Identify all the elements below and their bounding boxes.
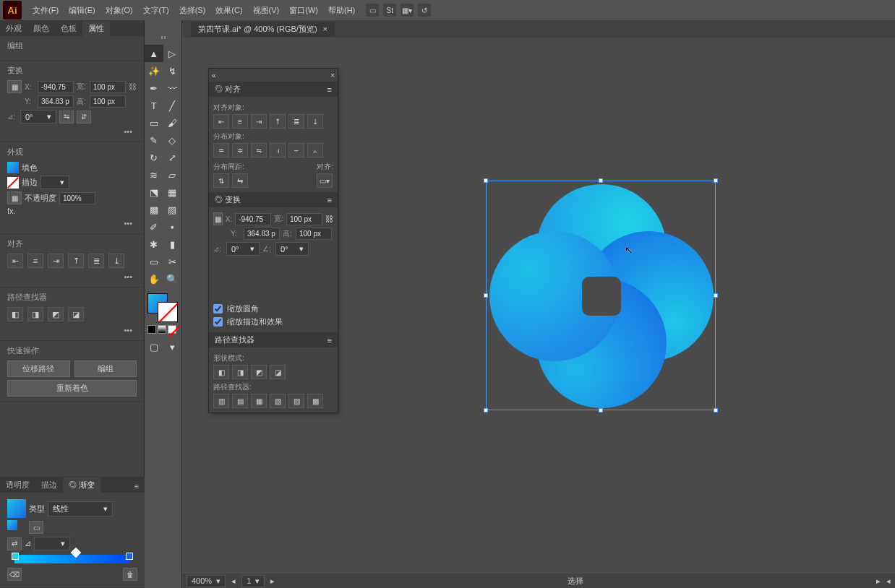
blend-tool[interactable]: ▪ xyxy=(163,218,182,235)
free-transform-tool[interactable]: ▱ xyxy=(163,166,182,183)
color-mode-gradient[interactable] xyxy=(158,325,166,334)
screen-mode-icon[interactable]: ▢ xyxy=(145,338,163,355)
tw-input[interactable] xyxy=(286,213,322,225)
dist-right-btn[interactable]: ⫠ xyxy=(307,143,323,157)
ty-input[interactable] xyxy=(244,228,280,240)
align-bottom-icon[interactable]: ⤓ xyxy=(108,254,124,268)
align-top-icon[interactable]: ⤒ xyxy=(68,254,84,268)
st-icon[interactable]: St xyxy=(383,4,396,17)
tab-properties[interactable]: 属性 xyxy=(82,21,110,36)
flip-h-icon[interactable]: ⇋ xyxy=(59,111,74,124)
rotate-tool[interactable]: ↻ xyxy=(145,149,163,166)
link-icon[interactable]: ⛓ xyxy=(325,215,333,223)
align-right-btn[interactable]: ⇥ xyxy=(251,114,267,129)
menu-effect[interactable]: 效果(C) xyxy=(211,2,247,19)
pf-unite-icon[interactable]: ◧ xyxy=(7,307,23,321)
stroke-swatch-large[interactable] xyxy=(158,302,178,322)
pf-intersect-icon[interactable]: ◩ xyxy=(48,307,64,321)
bbox-handle[interactable] xyxy=(484,293,488,298)
pf-minus-back[interactable]: ▩ xyxy=(307,394,323,408)
perspective-tool[interactable]: ▦ xyxy=(163,183,182,201)
fill-swatch[interactable] xyxy=(7,162,19,173)
scroll-right-icon[interactable]: ◂ xyxy=(886,576,891,586)
panel-menu-icon[interactable]: ≡ xyxy=(327,85,332,94)
sync-icon[interactable]: ↺ xyxy=(418,4,431,17)
tx-input[interactable] xyxy=(235,213,271,225)
dist-bottom-btn[interactable]: ≒ xyxy=(251,143,267,157)
stroke-weight-input[interactable]: ▾ xyxy=(40,176,69,189)
rectangle-tool[interactable]: ▭ xyxy=(145,114,163,131)
menu-view[interactable]: 视图(V) xyxy=(249,2,284,19)
scale-corners-checkbox[interactable]: 缩放圆角 xyxy=(213,303,333,314)
stroke-swatch[interactable] xyxy=(7,177,19,189)
lasso-tool[interactable]: ↯ xyxy=(163,62,182,79)
link-wh-icon[interactable]: ⛓ xyxy=(129,82,137,91)
artboard-tool[interactable]: ▭ xyxy=(145,253,163,270)
dist-vcenter-btn[interactable]: ≑ xyxy=(232,143,248,157)
hand-tool[interactable]: ✋ xyxy=(145,270,163,287)
slice-tool[interactable]: ✂ xyxy=(163,253,182,270)
opacity-icon[interactable]: ▦ xyxy=(7,191,22,204)
offset-path-button[interactable]: 位移路径 xyxy=(7,360,70,377)
tab-appearance[interactable]: 外观 xyxy=(0,21,27,36)
transform-panel-tab[interactable]: ◎ 变换≡ xyxy=(209,192,338,207)
align-to-btn[interactable]: ▭▾ xyxy=(317,173,333,188)
menu-select[interactable]: 选择(S) xyxy=(175,2,210,19)
reverse-gradient-icon[interactable]: ⇄ xyxy=(7,537,22,550)
panel-close-icon[interactable]: × xyxy=(330,72,335,79)
transform-more[interactable]: ••• xyxy=(7,126,137,137)
artboard-next-icon[interactable]: ▸ xyxy=(270,576,275,586)
dist-top-btn[interactable]: ≐ xyxy=(213,143,229,157)
bbox-handle[interactable] xyxy=(599,408,603,412)
trash-icon[interactable]: 🗑 xyxy=(123,568,137,581)
artboard-prev-icon[interactable]: ◂ xyxy=(231,576,236,586)
selection-bounding-box[interactable] xyxy=(486,181,716,410)
align-bottom-btn[interactable]: ⤓ xyxy=(307,114,323,129)
pathfinder-more[interactable]: ••• xyxy=(7,324,137,336)
dist-hcenter-btn[interactable]: ⫟ xyxy=(288,143,304,157)
eyedropper-tool[interactable]: ✐ xyxy=(145,218,163,235)
gradient-tool[interactable]: ▨ xyxy=(163,201,182,218)
bbox-handle[interactable] xyxy=(714,178,718,183)
floating-panel[interactable]: « × ◎ 对齐≡ 对齐对象: ⇤ ≡ ⇥ ⤒ ≣ ⤓ 分布对象: ≐ ≑ ≒ … xyxy=(208,68,338,413)
width-tool[interactable]: ≋ xyxy=(145,166,163,183)
document-tab[interactable]: 第四节课.ai* @ 400% (RGB/预览) × xyxy=(191,22,335,37)
gradient-type-select[interactable]: 线性▾ xyxy=(48,501,113,516)
fill-stroke-control[interactable] xyxy=(145,292,181,324)
direct-selection-tool[interactable]: ▷ xyxy=(163,45,182,62)
tab-swatches[interactable]: 色板 xyxy=(55,21,82,36)
bbox-handle[interactable] xyxy=(484,408,488,412)
graph-tool[interactable]: ▮ xyxy=(163,235,182,253)
tab-stroke[interactable]: 描边 xyxy=(35,477,63,493)
flip-v-icon[interactable]: ⇵ xyxy=(77,111,91,124)
artboard-select[interactable]: 1▾ xyxy=(241,575,265,587)
reference-point-icon[interactable]: ▦ xyxy=(7,80,22,93)
gradient-stop-1[interactable] xyxy=(12,553,19,560)
dist-v-space-btn[interactable]: ⇅ xyxy=(213,173,229,188)
opacity-input[interactable] xyxy=(59,192,95,204)
pen-tool[interactable]: ✒ xyxy=(145,79,163,97)
align-right-icon[interactable]: ⇥ xyxy=(48,254,64,268)
align-hcenter-icon[interactable]: ≡ xyxy=(27,254,43,268)
gradient-stop-2[interactable] xyxy=(126,553,133,560)
tangle-input[interactable]: 0°▾ xyxy=(226,242,260,256)
th-input[interactable] xyxy=(296,228,332,240)
doc-icon[interactable]: ▭ xyxy=(366,4,379,17)
pf-merge[interactable]: ▦ xyxy=(251,394,267,408)
sm-minus[interactable]: ◨ xyxy=(232,365,248,379)
menu-help[interactable]: 帮助(H) xyxy=(324,2,359,19)
color-mode-solid[interactable] xyxy=(147,325,156,334)
mesh-tool[interactable]: ▩ xyxy=(145,201,163,218)
dist-left-btn[interactable]: ⫞ xyxy=(270,143,286,157)
sm-intersect[interactable]: ◩ xyxy=(251,365,267,379)
shaper-tool[interactable]: ✎ xyxy=(145,131,163,149)
symbol-sprayer-tool[interactable]: ✱ xyxy=(145,235,163,253)
appearance-more[interactable]: ••• xyxy=(7,217,137,229)
stroke-gradient-icon[interactable]: ▭ xyxy=(29,521,43,534)
magic-wand-tool[interactable]: ✨ xyxy=(145,62,163,79)
align-left-btn[interactable]: ⇤ xyxy=(213,114,229,129)
panel-menu-icon[interactable]: ≡ xyxy=(327,336,332,345)
brush-tool[interactable]: 🖌 xyxy=(163,114,182,131)
align-panel-tab[interactable]: ◎ 对齐≡ xyxy=(209,82,338,97)
selection-tool[interactable]: ▲ xyxy=(145,45,163,62)
